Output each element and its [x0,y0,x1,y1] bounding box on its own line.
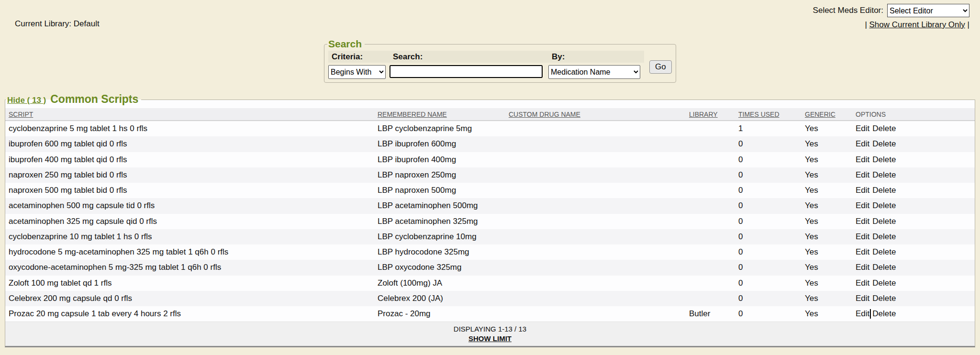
times-used-cell: 0 [738,278,805,288]
criteria-select[interactable]: Begins With [328,65,386,79]
displaying-text: DISPLAYING 1-13 / 13 [5,325,975,333]
search-legend: Search [327,38,365,50]
delete-link[interactable]: Delete [872,232,896,242]
times-used-cell: 0 [738,155,805,165]
delete-link[interactable]: Delete [872,278,896,288]
options-cell: Edit Delete [856,247,975,257]
delete-link[interactable]: Delete [872,309,896,319]
times-used-cell: 0 [738,186,805,195]
column-header-custom-drug-name[interactable]: CUSTOM DRUG NAME [509,111,580,118]
remembered-name-cell: LBP cyclobenzaprine 10mg [378,232,505,242]
delete-link[interactable]: Delete [872,294,896,303]
generic-cell: Yes [805,217,856,226]
edit-link[interactable]: Edit [856,201,869,211]
column-header-times-used[interactable]: TIMES USED [738,111,780,118]
go-button[interactable]: Go [649,60,672,74]
search-fieldset: Search Criteria: Search: By: Begins With… [324,38,676,83]
delete-link[interactable]: Delete [872,217,896,226]
generic-cell: Yes [805,139,856,149]
remembered-name-cell: LBP oxycodone 325mg [378,263,505,272]
table-row: hydrocodone 5 mg-acetaminophen 325 mg ta… [5,244,975,260]
search-label: Search: [390,51,548,63]
times-used-cell: 0 [738,170,805,180]
options-cell: Edit Delete [856,232,975,242]
script-cell: cyclobenzaprine 5 mg tablet 1 hs 0 rfls [9,124,378,133]
options-cell: Edit Delete [856,278,975,288]
options-cell: Edit Delete [856,217,975,226]
times-used-cell: 0 [738,294,805,303]
delete-link[interactable]: Delete [872,155,896,165]
by-select[interactable]: Medication Name [548,65,640,79]
remembered-name-cell: LBP acetaminophen 325mg [378,217,505,226]
edit-link[interactable]: Edit [856,155,869,165]
edit-link[interactable]: Edit [856,170,869,180]
script-cell: hydrocodone 5 mg-acetaminophen 325 mg ta… [9,247,378,257]
delete-link[interactable]: Delete [872,247,896,257]
table-footer: DISPLAYING 1-13 / 13 SHOW LIMIT [5,322,975,346]
hide-link[interactable]: Hide ( 13 ) [7,94,46,107]
delete-link[interactable]: Delete [872,186,896,195]
delete-link[interactable]: Delete [872,170,896,180]
script-cell: ibuprofen 600 mg tablet qid 0 rfls [9,139,378,149]
edit-link[interactable]: Edit [856,186,869,195]
table-row: Zoloft 100 mg tablet qd 1 rfls Zoloft (1… [5,276,975,291]
remembered-name-cell: Prozac - 20mg [378,309,505,319]
script-cell: acetaminophen 500 mg capsule tid 0 rfls [9,201,378,211]
times-used-cell: 0 [738,247,805,257]
search-input[interactable] [390,65,543,78]
generic-cell: Yes [805,201,856,211]
meds-editor-label: Select Meds Editor: [813,6,883,15]
table-row: ibuprofen 600 mg tablet qid 0 rfls LBP i… [5,136,975,152]
column-header-script[interactable]: SCRIPT [9,111,33,118]
column-header-remembered-name[interactable]: REMEMBERED NAME [378,111,447,118]
edit-link[interactable]: Edit [856,232,869,242]
edit-link[interactable]: Edit [856,124,869,133]
table-row: acetaminophen 325 mg capsule qid 0 rfls … [5,214,975,229]
column-header-library[interactable]: LIBRARY [689,111,718,118]
options-cell: Edit Delete [856,263,975,272]
by-label: By: [548,51,644,63]
times-used-cell: 0 [738,263,805,272]
delete-link[interactable]: Delete [872,201,896,211]
table-row: oxycodone-acetaminophen 5 mg-325 mg tabl… [5,260,975,275]
generic-cell: Yes [805,278,856,288]
remembered-name-cell: LBP naproxen 250mg [378,170,505,180]
delete-link[interactable]: Delete [872,263,896,272]
common-scripts-legend: Hide ( 13 ) Common Scripts [6,93,141,107]
remembered-name-cell: Zoloft (100mg) JA [378,278,505,288]
remembered-name-cell: LBP ibuprofen 600mg [378,139,505,149]
generic-cell: Yes [805,263,856,272]
options-cell: Edit Delete [856,186,975,195]
script-cell: Zoloft 100 mg tablet qd 1 rfls [9,278,378,288]
generic-cell: Yes [805,247,856,257]
criteria-label: Criteria: [328,51,390,63]
table-header-row: SCRIPT REMEMBERED NAME CUSTOM DRUG NAME … [5,108,975,121]
show-current-library-link[interactable]: Show Current Library Only [869,20,965,29]
times-used-cell: 0 [738,309,805,319]
edit-link[interactable]: Edit [856,217,869,226]
table-row: ibuprofen 400 mg tablet qid 0 rfls LBP i… [5,152,975,167]
table-row: naproxen 500 mg tablet bid 0 rfls LBP na… [5,183,975,198]
edit-link[interactable]: Edit [856,309,869,319]
column-header-generic[interactable]: GENERIC [805,111,835,118]
edit-link[interactable]: Edit [856,294,869,303]
delete-link[interactable]: Delete [872,139,896,149]
edit-link[interactable]: Edit [856,139,869,149]
options-cell: Edit Delete [856,309,975,319]
generic-cell: Yes [805,186,856,195]
common-scripts-title: Common Scripts [50,93,138,106]
times-used-cell: 0 [738,232,805,242]
script-cell: ibuprofen 400 mg tablet qid 0 rfls [9,155,378,165]
script-cell: cyclobenzaprine 10 mg tablet 1 hs 0 rfls [9,232,378,242]
show-limit-link[interactable]: SHOW LIMIT [468,334,512,343]
edit-link[interactable]: Edit [856,278,869,288]
delete-link[interactable]: Delete [872,124,896,133]
edit-link[interactable]: Edit [856,263,869,272]
table-row: naproxen 250 mg tablet bid 0 rfls LBP na… [5,167,975,183]
top-right-controls: Select Meds Editor: Select Editor | Show… [813,4,969,30]
options-cell: Edit Delete [856,139,975,149]
meds-editor-select[interactable]: Select Editor [887,4,969,17]
times-used-cell: 1 [738,124,805,133]
edit-link[interactable]: Edit [856,247,869,257]
remembered-name-cell: Celebrex 200 (JA) [378,294,505,303]
